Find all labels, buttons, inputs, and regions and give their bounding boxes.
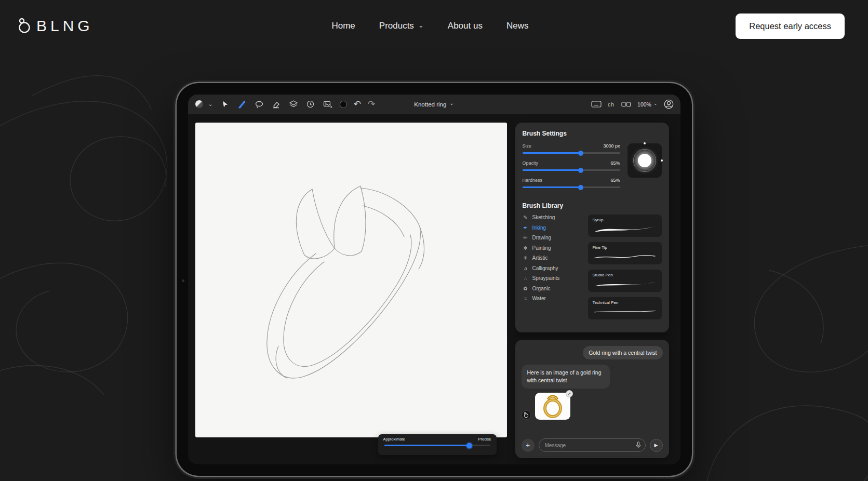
brush-item-fine-tip[interactable]: Fine Tip — [588, 242, 662, 264]
nav-item-news[interactable]: News — [506, 21, 529, 31]
leaf-icon: ✿ — [523, 286, 529, 291]
toolbar-right-group: ch 100% ⌄ — [591, 99, 674, 110]
logo[interactable]: BLNG — [18, 17, 94, 35]
precision-slider-track[interactable] — [384, 445, 490, 446]
brush-item-technical-pen[interactable]: Technical Pen — [588, 297, 662, 319]
pencil-icon: ✎ — [523, 215, 529, 220]
layers-tool[interactable] — [288, 99, 299, 110]
account-button[interactable] — [664, 99, 674, 110]
toolbar-left-group: ⌄ — [194, 99, 376, 110]
expand-icon[interactable]: ↗ — [566, 390, 573, 397]
precision-slider-panel[interactable]: Approximate Precise — [378, 434, 497, 455]
size-slider-fill — [523, 152, 581, 154]
chevron-down-icon: ⌄ — [653, 101, 658, 106]
brush-category-list: ✎Sketching ✒Inking ✏Drawing ❖Painting ✳A… — [523, 215, 583, 325]
opacity-slider-fill — [523, 169, 581, 171]
nav-item-home[interactable]: Home — [331, 21, 355, 31]
gold-ring-image — [535, 393, 570, 420]
select-tool[interactable] — [220, 99, 230, 110]
brush-category-artistic[interactable]: ✳Artistic — [523, 255, 583, 261]
brush-item-syrup[interactable]: Syrup — [588, 215, 662, 237]
hardness-value: 65% — [610, 178, 620, 183]
brush-panel: Brush Settings Size 3000 px — [515, 123, 669, 332]
lasso-tool[interactable] — [254, 99, 264, 110]
brush-opacity-slider: Opacity 65% — [523, 161, 620, 171]
hardness-slider-knob[interactable] — [578, 185, 583, 190]
drawing-canvas[interactable]: Approximate Precise — [195, 123, 507, 437]
size-slider-track[interactable] — [523, 152, 620, 154]
precision-right-label: Precise — [478, 437, 491, 442]
redo-button[interactable]: ↷ — [368, 100, 375, 109]
brush-category-inking[interactable]: ✒Inking — [523, 225, 583, 231]
paint-icon: ❖ — [523, 245, 529, 251]
brush-category-calligraphy[interactable]: aCalligraphy — [523, 265, 583, 271]
request-early-access-button[interactable]: Request early access — [736, 14, 845, 39]
account-icon — [664, 99, 674, 109]
brush-category-spraypaints[interactable]: ∴Spraypaints — [523, 275, 583, 281]
undo-button[interactable]: ↶ — [354, 100, 361, 109]
eraser-tool[interactable] — [271, 99, 282, 110]
color-swatch-black[interactable] — [340, 101, 347, 108]
microphone-icon[interactable] — [636, 442, 641, 449]
page: BLNG Home Products⌄ About us News Reques… — [0, 0, 868, 481]
brush-list: Syrup Fine Tip Studio Pen — [588, 215, 662, 325]
brush-category-organic[interactable]: ✿Organic — [523, 286, 583, 291]
brush-preview-handle-top[interactable] — [644, 142, 646, 144]
brush-stroke-preview — [593, 306, 657, 317]
precision-slider-knob[interactable] — [466, 443, 472, 448]
knotted-ring-sketch — [195, 123, 507, 437]
tablet-mockup: ⌄ — [177, 83, 692, 476]
assistant-message-bubble: Here is an image of a gold ring with cen… — [522, 365, 610, 389]
keyboard-shortcut-tool[interactable] — [591, 99, 602, 110]
main-nav: Home Products⌄ About us News — [331, 0, 528, 52]
size-slider-knob[interactable] — [578, 151, 583, 156]
chevron-down-icon: ⌄ — [418, 21, 424, 29]
nav-item-about-us[interactable]: About us — [448, 21, 483, 31]
brush-category-water[interactable]: ≈Water — [523, 296, 583, 301]
precision-slider-fill — [384, 445, 469, 446]
ring-logo-icon — [524, 412, 529, 418]
history-tool[interactable] — [305, 99, 316, 110]
send-button[interactable]: ▶ — [650, 439, 663, 452]
spray-dots-icon: ∴ — [523, 275, 529, 281]
hardness-slider-track[interactable] — [523, 186, 620, 188]
split-view-tool[interactable] — [621, 99, 631, 110]
chevron-down-icon: ⌄ — [449, 100, 453, 106]
history-clock-icon — [306, 100, 315, 109]
nav-item-products[interactable]: Products⌄ — [379, 21, 424, 31]
star-icon: ✳ — [523, 255, 529, 261]
chevron-down-icon[interactable]: ⌄ — [208, 101, 213, 108]
document-title: Knotted ring — [414, 101, 446, 108]
layers-icon — [289, 100, 298, 109]
split-view-icon — [621, 101, 631, 108]
zoom-control[interactable]: 100% ⌄ — [637, 101, 657, 108]
opacity-slider-track[interactable] — [523, 169, 620, 171]
calligraphy-icon: a — [523, 265, 529, 271]
material-sphere-tool[interactable] — [194, 99, 205, 110]
add-attachment-button[interactable]: + — [522, 439, 535, 452]
add-image-icon — [323, 100, 332, 109]
document-title-dropdown[interactable]: Knotted ring ⌄ — [414, 101, 453, 108]
generated-ring-image[interactable]: ↗ — [535, 393, 570, 420]
brush-category-drawing[interactable]: ✏Drawing — [523, 235, 583, 240]
site-header: BLNG Home Products⌄ About us News Reques… — [0, 0, 868, 52]
brush-category-painting[interactable]: ❖Painting — [523, 245, 583, 251]
brush-icon — [237, 100, 246, 109]
brush-stroke-preview — [593, 278, 657, 290]
ring-logo-icon — [18, 18, 31, 34]
opacity-slider-knob[interactable] — [578, 168, 583, 173]
brush-preview-handle-right[interactable] — [661, 159, 663, 162]
brush-tip-preview[interactable] — [627, 143, 662, 178]
brush-tool-selected[interactable] — [237, 99, 247, 110]
brush-library-title: Brush Library — [523, 202, 662, 209]
message-input[interactable] — [539, 438, 646, 452]
assistant-chat-panel: Gold ring with a central twist Here is a… — [515, 340, 669, 458]
size-value: 3000 px — [603, 143, 620, 149]
brush-category-sketching[interactable]: ✎Sketching — [523, 215, 583, 220]
add-image-tool[interactable] — [323, 99, 333, 110]
cursor-icon — [221, 100, 229, 109]
hardness-slider-fill — [523, 186, 581, 188]
pen-nib-icon: ✒ — [523, 225, 529, 231]
brush-item-studio-pen[interactable]: Studio Pen — [588, 270, 662, 292]
text-format-icon[interactable]: ch — [608, 101, 615, 108]
